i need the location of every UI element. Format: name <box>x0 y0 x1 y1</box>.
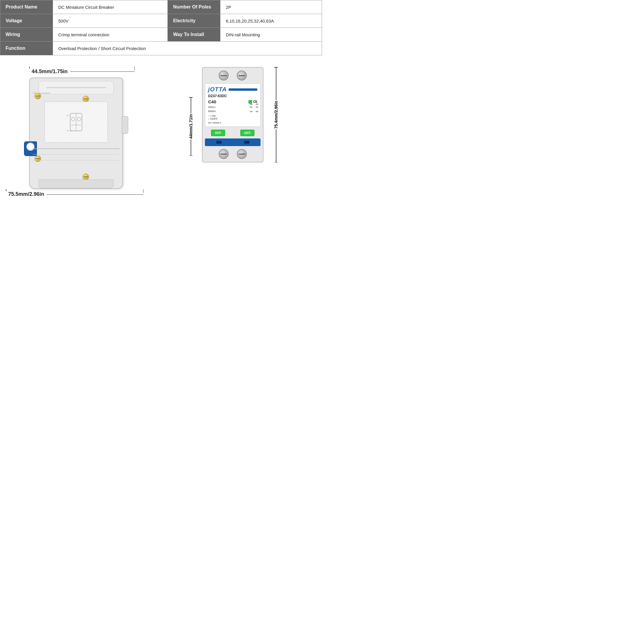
outer-height-dim: 75.4mm/2.96in <box>266 67 286 162</box>
svg-point-3 <box>77 117 81 121</box>
label-2-1: Wiring <box>0 28 53 42</box>
top-terminals <box>219 71 247 81</box>
slot-1 <box>216 141 222 144</box>
value-0-2: 2P <box>220 0 322 14</box>
terminal-3 <box>219 149 229 159</box>
right-diagram: 44mm/1.71in jOTTA DZ47- <box>152 67 316 162</box>
terminal-1 <box>219 71 229 81</box>
switches: OFF OFF <box>205 130 261 136</box>
value-1-1: 500V <box>53 14 168 28</box>
terminal-2 <box>237 71 247 81</box>
inner-height-dim: 44mm/1.71in <box>182 67 200 162</box>
screw-bottom-left <box>35 155 41 162</box>
top-width-label: 44.5mm/1.75in <box>29 68 70 75</box>
rail-clip <box>122 116 128 134</box>
label-0-1: Product Name <box>0 0 53 14</box>
label-1-2: Electricity <box>168 14 220 28</box>
value-0-1: DC Miniature Circuit Breaker <box>53 0 168 14</box>
value-3-1: Overload Protection / Short Circuit Prot… <box>53 42 322 55</box>
top-dimension: 44.5mm/1.75in <box>29 67 135 76</box>
label-2-2: Way To Install <box>168 28 220 42</box>
model-label: DZ47-63DC <box>208 94 257 98</box>
screw-top-right <box>83 96 89 102</box>
svg-text:lift out: lift out <box>67 130 72 132</box>
value-1-2: 6,10,16,20,25,32,40,63A <box>220 14 322 28</box>
bottom-terminals <box>219 149 247 159</box>
label-1-1: Voltage <box>0 14 53 28</box>
amp-label: C40 <box>208 99 216 104</box>
switch-1: OFF <box>211 130 225 136</box>
standard-label: IEC 60898-2 <box>208 121 257 124</box>
breaker-back-body: lift out lift 1 <box>29 78 123 189</box>
handle-circle <box>26 143 35 151</box>
screw-bottom-right <box>83 174 89 180</box>
inner-height-label: 44mm/1.71in <box>188 114 194 139</box>
handle-bar <box>205 138 261 146</box>
left-diagram: 44.5mm/1.75in <box>6 67 146 200</box>
breaker-front-wrapper: 44mm/1.71in jOTTA DZ47- <box>182 67 286 162</box>
label-0-2: Number Of Poles <box>168 0 220 14</box>
circuit-diagram-box: lift out lift 1 <box>44 102 108 143</box>
switch-2-label: OFF <box>240 130 254 136</box>
switch-1-label: OFF <box>211 130 225 136</box>
specs-table: Product Name DC Miniature Circuit Breake… <box>0 0 322 55</box>
breaker-front-body: jOTTA DZ47-63DC C40 CE <box>202 67 263 162</box>
value-2-2: DIN-rail Mounting <box>220 28 322 42</box>
slot-2 <box>244 141 249 144</box>
brand-name: jOTTA <box>208 86 227 93</box>
label-3-1: Function <box>0 42 53 55</box>
diagram-area: 44.5mm/1.75in <box>0 64 322 203</box>
bottom-width-label: 75.5mm/2.96in <box>6 191 47 197</box>
screw-left <box>35 93 41 99</box>
value-2-1: Crimp terminal connection <box>53 28 168 42</box>
svg-point-2 <box>71 117 75 121</box>
bottom-connector <box>39 179 114 188</box>
switch-2: OFF <box>240 130 254 136</box>
terminal-4 <box>237 149 247 159</box>
svg-text:lift 1: lift 1 <box>67 114 71 117</box>
outer-height-label: 75.4mm/2.96in <box>273 100 279 129</box>
